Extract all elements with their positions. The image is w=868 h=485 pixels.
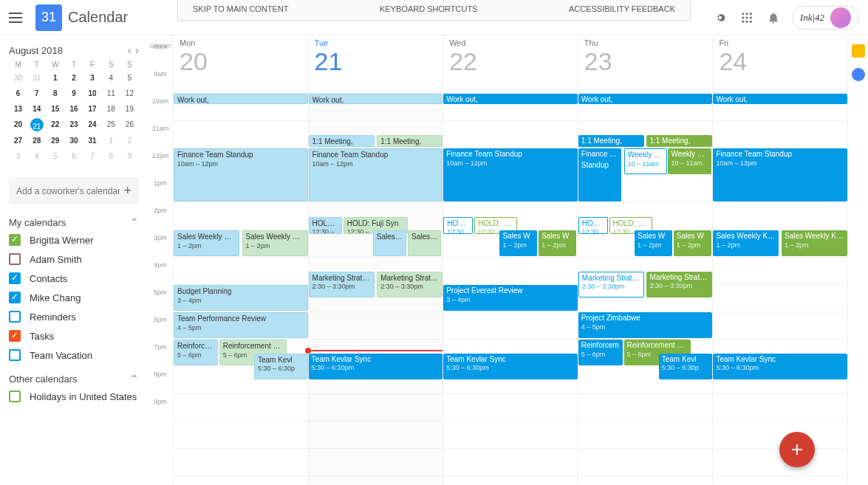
brand-chip[interactable]: Ink|42 [792, 6, 859, 30]
calendar-list-item[interactable]: Reminders [9, 311, 139, 323]
my-calendars-toggle-icon[interactable]: ⌃ [130, 216, 139, 228]
minicalendar-day[interactable]: 28 [27, 134, 46, 147]
day-header[interactable]: Fri24 [712, 35, 847, 92]
minicalendar-day[interactable]: 9 [64, 87, 83, 100]
calendar-checkbox[interactable] [9, 349, 21, 361]
keep-icon[interactable] [852, 44, 865, 58]
minicalendar-day[interactable]: 31 [27, 72, 46, 84]
minicalendar-day[interactable]: 19 [120, 103, 139, 115]
calendar-list-item[interactable]: Mike Chang [9, 292, 139, 303]
calendar-list-item[interactable]: Holidays in United States [9, 391, 139, 402]
calendar-event[interactable]: Sales Weekly Kick1 – 2pm [782, 230, 847, 256]
calendar-checkbox[interactable] [9, 234, 21, 246]
tasks-icon[interactable] [852, 68, 865, 81]
minicalendar-next-icon[interactable]: › [135, 44, 139, 56]
calendar-list-item[interactable]: Tasks [9, 330, 139, 342]
accessibility-feedback-link[interactable]: ACCESSIBILITY FEEDBACK [569, 4, 675, 13]
keyboard-shortcuts-link[interactable]: KEYBOARD SHORTCUTS [380, 4, 477, 13]
minicalendar-day[interactable]: 3 [83, 72, 102, 84]
calendar-event[interactable]: 1:1 Meeting,9:30a [578, 135, 644, 148]
calendar-event[interactable]: Project Everest Review3 – 4pm [443, 285, 578, 311]
minicalendar-day[interactable]: 15 [46, 103, 64, 115]
calendar-event[interactable]: Marketing Strategy2:30 – 3:30pm [309, 272, 375, 297]
calendar-event[interactable]: 1:1 Meeting,9:30 [646, 135, 712, 148]
avatar[interactable] [830, 7, 851, 28]
minicalendar-day[interactable]: 6 [9, 87, 27, 100]
calendar-event[interactable]: Sales Weekly Kick1 – 2pm [174, 230, 239, 256]
minicalendar-day[interactable]: 3 [9, 150, 27, 162]
calendar-event[interactable]: Sales W1 – 2pm [674, 230, 711, 256]
minicalendar-day[interactable]: 30 [64, 134, 83, 147]
minicalendar-day[interactable]: 2 [120, 134, 139, 147]
settings-icon[interactable] [712, 10, 728, 26]
day-header[interactable]: Wed22 [442, 35, 578, 92]
calendar-event[interactable]: Budget Planning3 – 4pm [174, 285, 308, 311]
calendar-event[interactable]: Team Kevlar Sync5:30 – 6:30pm [443, 354, 578, 379]
minicalendar-day[interactable]: 4 [102, 72, 120, 84]
minicalendar-day[interactable]: 2 [64, 72, 83, 84]
calendar-checkbox[interactable] [9, 311, 21, 323]
skip-to-main-link[interactable]: SKIP TO MAIN CONTENT [193, 4, 289, 13]
calendar-list-item[interactable]: Team Vacation [9, 349, 139, 361]
minicalendar-day[interactable]: 10 [83, 87, 102, 100]
calendar-event[interactable]: Reinforcem5 – 6pm [578, 340, 623, 365]
minicalendar-day[interactable]: 25 [102, 118, 120, 131]
day-column[interactable]: Work out,8amFinance Team Standup10am – 1… [173, 93, 308, 485]
day-header[interactable]: Tue21 [308, 35, 443, 92]
add-coworker-plus-icon[interactable]: + [123, 183, 131, 199]
minicalendar-day[interactable]: 14 [27, 103, 46, 115]
calendar-event[interactable]: Marketing Strategy2:30 – 3:30pm [377, 272, 442, 297]
minicalendar-day[interactable]: 27 [9, 134, 27, 147]
calendar-list-item[interactable]: Adam Smith [9, 253, 139, 265]
minicalendar-prev-icon[interactable]: ‹ [128, 44, 131, 56]
menu-icon[interactable] [9, 9, 27, 27]
calendar-event[interactable]: Sales Weekly Kick1 – 2pm [713, 230, 779, 256]
minicalendar-day[interactable]: 4 [27, 150, 46, 162]
calendar-event[interactable]: 1:1 Meeting,9:30 [377, 135, 442, 148]
minicalendar-day[interactable]: 17 [83, 103, 102, 115]
calendar-event[interactable]: Sales W1 – 2pm [499, 230, 537, 256]
calendar-event[interactable]: Finance Team Standup10am – 12pm [443, 148, 578, 202]
calendar-event[interactable]: Team Kevl5:30 – 6:30p [659, 354, 713, 379]
minicalendar[interactable]: MTWTFSS303112345678910111213141516171819… [9, 61, 139, 162]
day-column[interactable]: Work out,8amFinance Team Standup10am – 1… [442, 93, 578, 485]
minicalendar-day[interactable]: 6 [64, 150, 83, 162]
calendar-event[interactable]: Sales Weekly Kick1 – 2pm [242, 230, 308, 256]
minicalendar-day[interactable]: 29 [46, 134, 64, 147]
minicalendar-day[interactable]: 21 [30, 118, 44, 131]
add-coworker-input[interactable] [16, 186, 119, 196]
calendar-event[interactable]: Sales W1 – 2pm [635, 230, 672, 256]
minicalendar-day[interactable]: 30 [9, 72, 27, 84]
minicalendar-day[interactable]: 13 [9, 103, 27, 115]
calendar-event[interactable]: Finance Team Standup10am – 12pm [174, 148, 308, 202]
calendar-event[interactable]: Team Kevlar Sync5:30 – 6:30pm [309, 354, 443, 379]
calendar-list-item[interactable]: Brigitta Werner [9, 234, 139, 246]
minicalendar-day[interactable]: 11 [102, 87, 120, 100]
calendar-checkbox[interactable] [9, 292, 21, 303]
calendar-event[interactable]: Project Zimbabwe4 – 5pm [578, 312, 713, 338]
notifications-icon[interactable] [765, 10, 782, 26]
calendar-event[interactable]: Work out,8am [443, 94, 578, 104]
minicalendar-day[interactable]: 16 [64, 103, 83, 115]
minicalendar-day[interactable]: 7 [27, 87, 46, 100]
calendar-checkbox[interactable] [9, 330, 21, 342]
calendar-event[interactable]: Work out,8am [713, 94, 847, 104]
day-column[interactable]: Work out,8am1:1 Meeting,9:30a1:1 Meeting… [308, 93, 443, 485]
calendar-event[interactable]: Team Kevlar Sync5:30 – 6:30pm [713, 354, 847, 379]
minicalendar-day[interactable]: 20 [9, 118, 27, 131]
minicalendar-day[interactable]: 24 [83, 118, 102, 131]
minicalendar-day[interactable]: 26 [120, 118, 139, 131]
calendar-checkbox[interactable] [9, 253, 21, 265]
minicalendar-day[interactable]: 9 [120, 150, 139, 162]
day-column[interactable]: Work out,8amFinance Team Standup10am – 1… [712, 93, 847, 485]
minicalendar-day[interactable]: 7 [83, 150, 102, 162]
day-column[interactable]: Work out,8am1:1 Meeting,9:30a1:1 Meeting… [578, 93, 713, 485]
calendar-event[interactable]: Reinforcem5 – 6pm [174, 340, 218, 365]
calendar-event[interactable]: HOLD: F12:30 – [578, 217, 608, 235]
calendar-event[interactable]: Weekly Che10 – 11am [668, 148, 711, 174]
calendar-event[interactable]: 1:1 Meeting,9:30a [309, 135, 375, 148]
apps-icon[interactable] [739, 10, 755, 26]
minicalendar-day[interactable]: 8 [102, 150, 120, 162]
minicalendar-day[interactable]: 8 [46, 87, 64, 100]
minicalendar-day[interactable]: 31 [83, 134, 102, 147]
